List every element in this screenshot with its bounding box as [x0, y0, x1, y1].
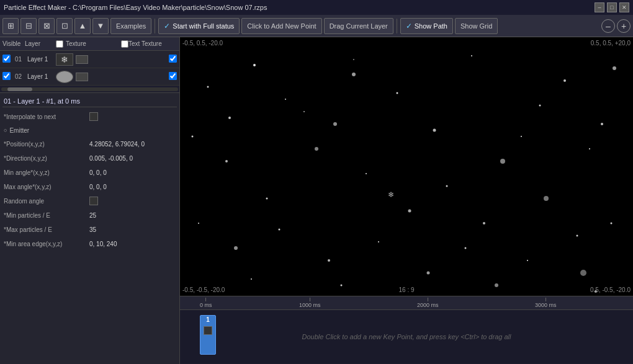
canvas-corner-bl: -0.5, -0.5, -20.0	[182, 286, 225, 293]
layer-02-texture[interactable]	[56, 71, 73, 83]
interpolate-label: *Interpolate to next	[2, 113, 89, 120]
layer-02-number: 02	[15, 73, 27, 80]
interpolate-checkbox[interactable]	[89, 112, 98, 121]
layer-02-checkbox[interactable]	[2, 72, 11, 80]
zoom-in-button[interactable]: +	[617, 19, 631, 33]
layer-01-end-checkbox[interactable]	[169, 55, 177, 63]
svg-point-33	[580, 270, 586, 276]
svg-point-29	[465, 247, 467, 249]
max-particles-value: 35	[89, 226, 177, 233]
drag-layer-button[interactable]: Drag Current Layer	[324, 18, 393, 34]
layer-02-end-check[interactable]	[169, 72, 177, 81]
svg-point-16	[408, 210, 411, 213]
prop-max-particles: *Max particles / E 35	[2, 223, 177, 236]
check-icon-2: ✓	[406, 22, 412, 30]
toolbar-icon-1[interactable]: ⊞	[2, 18, 19, 34]
layer-01-checkbox[interactable]	[2, 55, 11, 63]
svg-point-24	[234, 246, 238, 250]
ruler-line-2000	[428, 298, 428, 301]
toolbar-icon-2[interactable]: ⊟	[20, 18, 37, 34]
minimize-button[interactable]: –	[595, 2, 604, 12]
random-angle-label: Random angle	[2, 198, 89, 205]
emitter-section: ○ Emitter	[2, 125, 177, 136]
layer-01-number: 01	[15, 56, 27, 63]
svg-point-27	[378, 241, 379, 242]
svg-point-47	[228, 117, 231, 119]
keypoint-handle[interactable]	[204, 326, 212, 335]
ruler-line-3000	[545, 298, 546, 301]
ruler-mark-2000: 2000 ms	[417, 298, 439, 308]
svg-point-30	[495, 283, 498, 287]
layer-01-end-check[interactable]	[169, 55, 177, 64]
close-button[interactable]: ✕	[619, 2, 629, 12]
toolbar-icon-3[interactable]: ⊠	[38, 18, 55, 34]
max-particles-label: *Max particles / E	[2, 226, 89, 233]
show-path-button[interactable]: ✓ Show Path	[400, 18, 453, 34]
emitter-label: Emitter	[9, 127, 29, 134]
toolbar-icon-down[interactable]: ▼	[92, 18, 109, 34]
svg-point-48	[285, 99, 286, 100]
ruler-line-1000	[310, 298, 310, 301]
svg-point-26	[328, 259, 330, 262]
toolbar-separator-1	[155, 19, 155, 33]
keypoint-1[interactable]: 1	[200, 315, 216, 355]
svg-point-12	[225, 160, 228, 162]
layer-01-texture[interactable]: ❄	[56, 53, 73, 66]
interpolate-row: *Interpolate to next	[2, 110, 177, 123]
header-visible: Visible	[2, 40, 25, 47]
svg-point-18	[483, 222, 485, 224]
svg-point-10	[589, 148, 590, 149]
ruler-label-1000: 1000 ms	[299, 302, 321, 308]
layer-01-visible-check[interactable]	[2, 55, 15, 64]
svg-point-6	[471, 55, 472, 56]
ruler-mark-3000: 3000 ms	[535, 298, 557, 308]
ruler-label-3000: 3000 ms	[535, 302, 557, 308]
texture-checkbox[interactable]	[56, 40, 63, 48]
svg-point-46	[192, 136, 194, 138]
ruler-mark-1000: 1000 ms	[299, 298, 321, 308]
min-area-label: *Min area edge(x,y,z)	[2, 241, 89, 247]
maximize-button[interactable]: □	[607, 2, 617, 12]
svg-point-14	[315, 147, 318, 151]
layer-row-01[interactable]: 01 Layer 1 ❄	[0, 51, 179, 68]
props-title: 01 - Layer 1 - #1, at 0 ms	[2, 95, 177, 107]
prop-direction: *Direction(x,y,z) 0.005, -0.005, 0	[2, 151, 177, 165]
layer-01-small-box	[76, 55, 88, 64]
app-title: Particle Effect Maker - C:\Program Files…	[4, 4, 595, 11]
scroll-track	[1, 87, 178, 91]
timeline-tracks[interactable]: Double Click to add a new Key Point, and…	[180, 310, 633, 363]
svg-point-25	[279, 229, 281, 231]
show-grid-button[interactable]: Show Grid	[455, 18, 498, 34]
svg-point-17	[446, 185, 448, 187]
min-particles-label: *Min particles / E	[2, 212, 89, 219]
ruler-label-0: 0 ms	[200, 302, 212, 308]
svg-point-31	[527, 260, 528, 261]
svg-point-34	[611, 223, 613, 224]
random-angle-checkbox[interactable]	[89, 197, 98, 205]
min-particles-value: 25	[89, 212, 177, 219]
layer-01-name: Layer 1	[27, 56, 56, 63]
layer-02-end-checkbox[interactable]	[169, 72, 177, 80]
keypoint-number: 1	[206, 316, 210, 324]
canvas-area[interactable]: ❄ • -0.5, 0.5, -20.0 0.5, 0.5, +20,0 -0.…	[180, 37, 633, 296]
layer-row-02[interactable]: 02 Layer 1	[0, 68, 179, 86]
max-angle-label: Max angle*(x,y,z)	[2, 184, 89, 190]
layer-scroll[interactable]	[0, 86, 179, 93]
examples-button[interactable]: Examples	[110, 18, 151, 34]
header-texture: Texture	[56, 40, 121, 48]
toolbar-icon-up[interactable]: ▲	[74, 18, 91, 34]
svg-point-23	[198, 223, 199, 224]
layer-02-visible-check[interactable]	[2, 72, 15, 81]
scroll-thumb[interactable]	[7, 87, 32, 91]
text-texture-checkbox[interactable]	[121, 40, 128, 48]
start-full-status-button[interactable]: ✓ Start with Full status	[158, 18, 240, 34]
svg-point-8	[539, 105, 541, 107]
add-point-button[interactable]: Click to Add New Point	[241, 18, 321, 34]
zoom-out-button[interactable]: –	[601, 19, 615, 33]
svg-text:❄: ❄	[388, 190, 394, 199]
timeline-ruler: 0 ms 1000 ms 2000 ms 3000 ms	[180, 296, 633, 310]
emitter-toggle[interactable]: ○	[4, 127, 7, 133]
toolbar-icon-4[interactable]: ⊡	[56, 18, 73, 34]
timeline-content: Double Click to add a new Key Point, and…	[180, 310, 633, 363]
timeline: 0 ms 1000 ms 2000 ms 3000 ms	[180, 296, 633, 364]
